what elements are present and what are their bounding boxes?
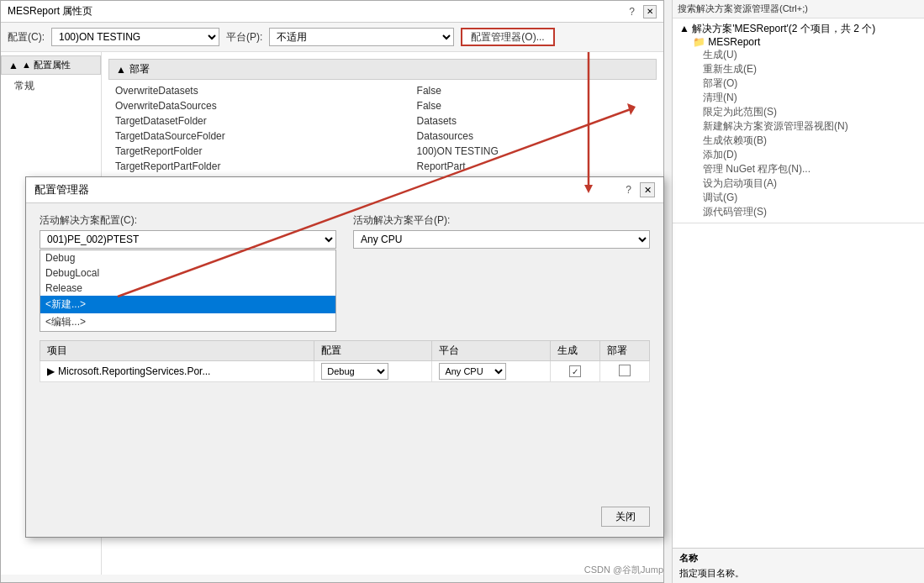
project-deploy-cell	[599, 361, 649, 382]
se-search-label: 搜索解决方案资源管理器(Ctrl+;)	[678, 3, 808, 13]
config-select[interactable]: 100)ON TESTING	[51, 28, 219, 46]
active-config-field: 活动解决方案配置(C): 001)PE_002)PTEST Debug Debu…	[40, 213, 336, 332]
main-window-title: MESReport 属性页	[8, 4, 92, 18]
platform-label: 平台(P):	[226, 30, 262, 45]
build-checkbox[interactable]	[569, 365, 581, 377]
watermark: CSDN @谷凯Jump	[584, 564, 663, 576]
main-title-bar: MESReport 属性页 ? ✕	[1, 1, 663, 23]
project-config-cell: Debug	[314, 361, 432, 382]
dialog-help-icon[interactable]: ?	[626, 184, 631, 196]
se-add-item[interactable]: 添加(D)	[679, 148, 917, 162]
se-deploy-item[interactable]: 部署(O)	[679, 76, 917, 91]
config-dropdown-list: Debug DebugLocal Release <新建...> <编辑...>	[40, 249, 336, 332]
col-header-config: 配置	[314, 341, 432, 361]
expand-icon: ▶	[47, 365, 55, 377]
se-source-control-item[interactable]: 源代码管理(S)	[679, 205, 917, 219]
dropdown-item-release[interactable]: Release	[40, 281, 335, 296]
config-label: 配置(C):	[8, 30, 45, 45]
properties-table: OverwriteDatasets False OverwriteDataSou…	[108, 83, 657, 174]
dropdown-item-debug[interactable]: Debug	[40, 250, 335, 265]
project-platform-select[interactable]: Any CPU	[439, 363, 506, 380]
deploy-label: 部署(O)	[703, 77, 737, 89]
rebuild-label: 重新生成(E)	[703, 63, 757, 75]
config-manager-dialog: 配置管理器 ? ✕ 活动解决方案配置(C): 001)PE_002)PTEST …	[25, 176, 664, 538]
se-nuget-item[interactable]: 管理 NuGet 程序包(N)...	[679, 162, 917, 176]
se-deps-item[interactable]: 生成依赖项(B)	[679, 134, 917, 148]
active-platform-label: 活动解决方案平台(P):	[353, 213, 650, 228]
col-header-platform: 平台	[432, 341, 550, 361]
table-row: OverwriteDataSources False	[108, 98, 657, 113]
table-row: TargetReportPartFolder ReportPart	[108, 159, 657, 174]
config-manager-button[interactable]: 配置管理器(O)...	[461, 28, 554, 46]
expand-icon: ▲	[679, 23, 689, 34]
debug-label: 调试(G)	[703, 192, 737, 203]
sidebar-collapse-icon[interactable]: ▲	[8, 60, 18, 71]
se-startup-item[interactable]: 设为启动项目(A)	[679, 176, 917, 191]
solution-explorer: 搜索解决方案资源管理器(Ctrl+;) ▲ 解决方案'MESReport'(2 …	[672, 0, 924, 583]
se-new-view-item[interactable]: 新建解决方案资源管理器视图(N)	[679, 119, 917, 134]
nuget-label: 管理 NuGet 程序包(N)...	[703, 163, 810, 175]
new-view-label: 新建解决方案资源管理器视图(N)	[703, 120, 848, 132]
se-rebuild-item[interactable]: 重新生成(E)	[679, 62, 917, 76]
clean-label: 清理(N)	[703, 92, 737, 103]
folder-icon: 📁	[693, 36, 705, 48]
sidebar-item-general[interactable]: 常规	[1, 76, 101, 96]
startup-label: 设为启动项目(A)	[703, 177, 777, 189]
help-question-mark[interactable]: ?	[629, 6, 635, 18]
deploy-checkbox[interactable]	[619, 365, 631, 376]
scope-label: 限定为此范围(S)	[703, 106, 777, 118]
col-header-build: 生成	[550, 341, 599, 361]
project-name: Microsoft.ReportingServices.Por...	[58, 365, 210, 377]
se-scope-item[interactable]: 限定为此范围(S)	[679, 105, 917, 119]
dialog-title: 配置管理器	[34, 182, 89, 197]
props-name-desc: 指定项目名称。	[679, 567, 917, 580]
se-props-bottom: 名称 指定项目名称。	[673, 548, 924, 583]
table-row: OverwriteDatasets False	[108, 83, 657, 98]
close-button[interactable]: ✕	[643, 5, 657, 18]
se-debug-item[interactable]: 调试(G)	[679, 191, 917, 205]
project-config-select[interactable]: Debug	[321, 363, 388, 380]
platform-select[interactable]: 不适用	[269, 28, 454, 46]
dropdown-item-new[interactable]: <新建...>	[40, 296, 335, 313]
config-row: 配置(C): 100)ON TESTING 平台(P): 不适用 配置管理器(O…	[1, 23, 663, 52]
deploy-collapse-icon[interactable]: ▲	[116, 64, 126, 76]
table-row: TargetReportFolder 100)ON TESTING	[108, 144, 657, 159]
deps-label: 生成依赖项(B)	[703, 134, 767, 146]
se-mesreport-item: 📁 MESReport	[679, 36, 917, 48]
deploy-section-title: ▲ 部署	[108, 59, 657, 80]
se-toolbar: 搜索解决方案资源管理器(Ctrl+;)	[673, 0, 924, 18]
active-platform-select[interactable]: Any CPU	[353, 230, 650, 249]
se-build-item[interactable]: 生成(U)	[679, 48, 917, 62]
dropdown-item-edit[interactable]: <编辑...>	[40, 313, 335, 331]
close-dialog-button[interactable]: 关闭	[601, 507, 650, 527]
solution-label: 解决方案'MESReport'(2 个项目，共 2 个)	[692, 23, 875, 34]
se-solution-title: ▲ 解决方案'MESReport'(2 个项目，共 2 个)	[679, 22, 917, 36]
se-clean-item[interactable]: 清理(N)	[679, 91, 917, 105]
dialog-close-button[interactable]: ✕	[640, 182, 655, 197]
dialog-active-row: 活动解决方案配置(C): 001)PE_002)PTEST Debug Debu…	[40, 213, 650, 332]
props-section-title: 名称	[679, 552, 917, 565]
add-label: 添加(D)	[703, 149, 737, 160]
projects-table: 项目 配置 平台 生成 部署 ▶ Microsoft.ReportingServ…	[40, 340, 650, 382]
table-row: TargetDataSourceFolder Datasources	[108, 129, 657, 144]
dialog-footer: 关闭	[601, 507, 650, 527]
table-row: TargetDatasetFolder Datasets	[108, 113, 657, 129]
build-label: 生成(U)	[703, 49, 737, 60]
col-header-deploy: 部署	[599, 341, 649, 361]
active-config-label: 活动解决方案配置(C):	[40, 213, 336, 228]
source-control-label: 源代码管理(S)	[703, 206, 767, 218]
table-row: ▶ Microsoft.ReportingServices.Por... Deb…	[40, 361, 650, 382]
dropdown-item-debuglocal[interactable]: DebugLocal	[40, 265, 335, 281]
sidebar-section-title: ▲ ▲ 配置属性	[1, 55, 101, 75]
project-build-cell	[550, 361, 599, 382]
project-name-cell: ▶ Microsoft.ReportingServices.Por...	[40, 361, 314, 382]
mesreport-label: MESReport	[708, 36, 760, 48]
dialog-title-bar: 配置管理器 ? ✕	[26, 177, 663, 203]
active-platform-field: 活动解决方案平台(P): Any CPU	[353, 213, 650, 249]
project-platform-cell: Any CPU	[432, 361, 550, 382]
col-header-project: 项目	[40, 341, 314, 361]
active-config-select[interactable]: 001)PE_002)PTEST	[40, 230, 336, 249]
dialog-body: 活动解决方案配置(C): 001)PE_002)PTEST Debug Debu…	[26, 203, 663, 392]
